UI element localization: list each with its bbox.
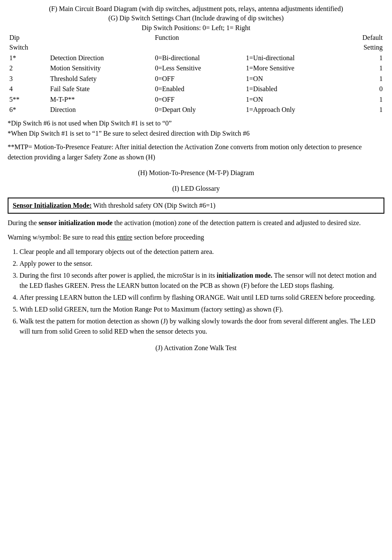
- sensor-init-box: Sensor Initialization Mode: With thresho…: [8, 198, 384, 214]
- list-item-2-text: Apply power to the sensor.: [19, 260, 92, 267]
- mtp-section: **MTP= Motion-To-Presence Feature: After…: [8, 142, 384, 162]
- row5-num: 5**: [8, 95, 48, 105]
- list-item: With LED solid GREEN, turn the Motion Ra…: [19, 304, 384, 315]
- dip-switch-table: DipSwitch Function DefaultSetting 1* Det…: [8, 33, 384, 115]
- note2: *When Dip Switch #1 is set to “1” Be sur…: [8, 128, 384, 139]
- table-row: 2 Motion Sensitivity 0=Less Sensitive 1=…: [8, 63, 384, 73]
- row6-name: Direction: [48, 105, 153, 115]
- list-item-5-text: With LED solid GREEN, turn the Motion Ra…: [19, 306, 283, 313]
- table-row: 1* Detection Direction 0=Bi-directional …: [8, 53, 384, 63]
- list-item-6-text: Walk test the pattern for motion detecti…: [19, 318, 375, 335]
- header-line3: Dip Switch Positions: 0= Left; 1= Right: [8, 23, 384, 33]
- header-section: (F) Main Circuit Board Diagram (with dip…: [8, 4, 384, 33]
- row5-fn2: 1=ON: [244, 95, 341, 105]
- body1-before: During the: [8, 219, 39, 226]
- warning-paragraph: Warning w/symbol: Be sure to read this e…: [8, 232, 384, 242]
- warning-after: section before proceeding: [132, 234, 204, 241]
- row4-fn1: 0=Enabled: [153, 84, 244, 94]
- row6-default: 1: [341, 105, 384, 115]
- row1-fn1: 0=Bi-directional: [153, 53, 244, 63]
- header-line1: (F) Main Circuit Board Diagram (with dip…: [8, 4, 384, 14]
- row6-fn1: 0=Depart Only: [153, 105, 244, 115]
- row2-fn1: 0=Less Sensitive: [153, 63, 244, 73]
- row5-default: 1: [341, 95, 384, 105]
- list-item: Clear people and all temporary objects o…: [19, 247, 384, 257]
- col-function-val: [244, 33, 341, 53]
- body1-after: the activation (motion) zone of the dete…: [113, 219, 361, 226]
- diagram-i-label: (I) LED Glossary: [8, 184, 384, 193]
- row3-num: 3: [8, 74, 48, 84]
- list-item: During the first 10 seconds after power …: [19, 270, 384, 291]
- note1: *Dip Switch #6 is not used when Dip Swit…: [8, 118, 384, 128]
- row2-fn2: 1=More Sensitive: [244, 63, 341, 73]
- diagram-j-label: (J) Activation Zone Walk Test: [8, 343, 384, 353]
- instructions-list: Clear people and all temporary objects o…: [19, 247, 384, 337]
- row4-fn2: 1=Disabled: [244, 84, 341, 94]
- table-row: 4 Fail Safe State 0=Enabled 1=Disabled 0: [8, 84, 384, 94]
- list-item: Walk test the pattern for motion detecti…: [19, 316, 384, 337]
- table-row: 6* Direction 0=Depart Only 1=Approach On…: [8, 105, 384, 115]
- row3-default: 1: [341, 74, 384, 84]
- col-function-label: Function: [153, 33, 244, 53]
- row5-fn1: 0=OFF: [153, 95, 244, 105]
- sensor-init-text: With threshold safety ON (Dip Switch #6=…: [92, 202, 215, 209]
- row3-fn1: 0=OFF: [153, 74, 244, 84]
- header-line2: (G) Dip Switch Settings Chart (Include d…: [8, 14, 384, 23]
- col-function: [48, 33, 153, 53]
- row1-num: 1*: [8, 53, 48, 63]
- list-item-3-before: During the first 10 seconds after power …: [19, 272, 217, 279]
- warning-underline: entire: [117, 234, 132, 241]
- list-item: Apply power to the sensor.: [19, 259, 384, 269]
- row1-default: 1: [341, 53, 384, 63]
- table-row: 3 Threshold Safety 0=OFF 1=ON 1: [8, 74, 384, 84]
- row5-name: M-T-P**: [48, 95, 153, 105]
- row6-num: 6*: [8, 105, 48, 115]
- col-default-setting: DefaultSetting: [341, 33, 384, 53]
- col-dip-switch: DipSwitch: [8, 33, 48, 53]
- list-item-4-text: After pressing LEARN button the LED will…: [19, 294, 375, 301]
- row1-fn2: 1=Uni-directional: [244, 53, 341, 63]
- row1-name: Detection Direction: [48, 53, 153, 63]
- mtp-text: **MTP= Motion-To-Presence Feature: After…: [8, 142, 384, 162]
- diagram-h-label: (H) Motion-To-Presence (M-T-P) Diagram: [8, 168, 384, 178]
- row2-default: 1: [341, 63, 384, 73]
- sensor-init-bold: Sensor Initialization Mode:: [13, 202, 92, 209]
- row4-name: Fail Safe State: [48, 84, 153, 94]
- list-item: After pressing LEARN button the LED will…: [19, 293, 384, 303]
- table-row: 5** M-T-P** 0=OFF 1=ON 1: [8, 95, 384, 105]
- row4-default: 0: [341, 84, 384, 94]
- row2-num: 2: [8, 63, 48, 73]
- row4-num: 4: [8, 84, 48, 94]
- warning-before: Warning w/symbol: Be sure to read this: [8, 234, 117, 241]
- row3-fn2: 1=ON: [244, 74, 341, 84]
- notes-section: *Dip Switch #6 is not used when Dip Swit…: [8, 118, 384, 139]
- row3-name: Threshold Safety: [48, 74, 153, 84]
- list-item-1-text: Clear people and all temporary objects o…: [19, 248, 214, 255]
- body1-bold: sensor initialization mode: [39, 219, 113, 226]
- row2-name: Motion Sensitivity: [48, 63, 153, 73]
- row6-fn2: 1=Approach Only: [244, 105, 341, 115]
- body-paragraph-1: During the sensor initialization mode th…: [8, 218, 384, 228]
- table-header-row: DipSwitch Function DefaultSetting: [8, 33, 384, 53]
- list-item-3-bold: initialization mode.: [217, 272, 272, 279]
